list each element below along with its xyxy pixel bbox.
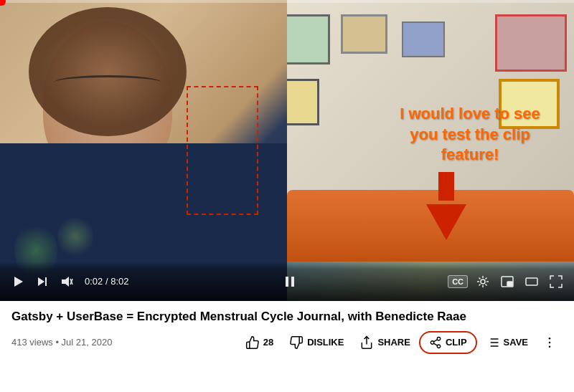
art-frame-3 [495,14,567,72]
svg-line-17 [433,340,437,342]
more-options-button[interactable] [537,331,563,354]
annotation-text: I would love to see you test the clip fe… [391,104,549,166]
share-label: SHARE [377,337,410,348]
svg-point-25 [549,342,551,344]
theater-button[interactable] [522,272,541,291]
like-count: 28 [263,337,273,348]
svg-rect-2 [45,277,47,286]
svg-rect-10 [507,282,512,286]
action-buttons-group: 28 DISLIKE SHARE [238,331,563,354]
time-display: 0:02 / 8:02 [85,276,128,287]
art-frame-6 [402,21,445,57]
save-button[interactable]: SAVE [479,331,535,354]
art-frame-2 [341,14,387,54]
miniplayer-button[interactable] [498,272,517,291]
video-controls-bar: 0:02 / 8:02 CC [0,262,574,301]
annotation-arrow [426,211,466,240]
svg-point-8 [481,279,485,284]
svg-marker-0 [14,277,23,287]
like-button[interactable]: 28 [238,331,281,354]
svg-point-15 [437,345,441,348]
dislike-button[interactable]: DISLIKE [282,331,351,354]
settings-button[interactable] [474,272,492,291]
meta-actions-row: 413 views • Jul 21, 2020 28 DISLIKE [11,331,563,354]
cc-button[interactable]: CC [448,275,468,288]
progress-bar-track[interactable] [0,0,574,3]
progress-bar-fill [0,0,2,3]
share-button[interactable]: SHARE [352,331,418,354]
svg-point-24 [549,338,551,340]
svg-marker-3 [62,277,69,287]
svg-point-13 [437,337,441,340]
svg-rect-6 [286,277,288,287]
svg-point-14 [430,341,434,345]
video-frame: I would love to see you test the clip fe… [0,0,574,301]
svg-line-16 [433,343,437,345]
dot-separator: • [55,337,61,348]
video-title: Gatsby + UserBase = Encrypted Menstrual … [11,308,563,325]
dislike-label: DISLIKE [307,337,344,348]
clip-label: CLIP [446,337,467,348]
clip-button[interactable]: CLIP [419,331,477,354]
skip-button[interactable] [33,272,52,291]
play-button[interactable] [9,272,27,291]
svg-point-26 [549,345,551,348]
mute-button[interactable] [57,272,76,291]
annotation-rectangle [187,86,258,215]
pause-button[interactable] [280,272,300,292]
svg-rect-11 [526,278,537,285]
video-player[interactable]: I would love to see you test the clip fe… [0,0,574,301]
svg-rect-7 [291,277,294,287]
video-info-section: Gatsby + UserBase = Encrypted Menstrual … [0,301,574,354]
fullscreen-button[interactable] [547,272,565,291]
svg-marker-1 [38,277,44,286]
views-date: 413 views • Jul 21, 2020 [11,337,238,348]
save-label: SAVE [504,337,528,348]
